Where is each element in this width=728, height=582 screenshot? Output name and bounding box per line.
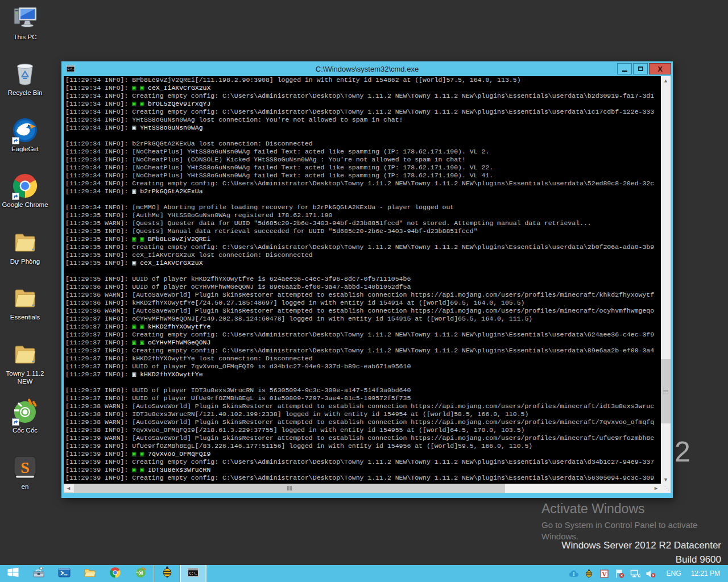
console-line: [11:29:35 INFO]: Creating empty config: …	[65, 243, 661, 251]
desktop-icon-eagleget[interactable]: EagleGet	[0, 117, 50, 153]
action-center-flag-error-icon[interactable]	[615, 568, 625, 579]
desktop-number-overlay: 2	[675, 435, 690, 468]
console-line	[65, 132, 661, 140]
coccoc-icon	[11, 398, 39, 425]
close-icon: X	[657, 65, 663, 73]
maximize-button[interactable]	[633, 63, 648, 74]
desktop-icon-en[interactable]: S en	[0, 454, 50, 491]
vertical-scroll-thumb[interactable]	[661, 359, 671, 423]
start-button[interactable]	[0, 565, 26, 582]
coccoc-icon	[135, 567, 147, 581]
taskbar-bee-app[interactable]	[154, 565, 180, 582]
console-line: [11:29:34 INFO]: BPb8Le9vZjV2QREi[/111.1…	[65, 76, 661, 84]
desktop-icon-du-phong[interactable]: Dự Phòng	[0, 229, 50, 266]
console-line: [11:29:37 INFO]: Creating empty config: …	[65, 347, 661, 355]
cmd-window: C:\. C:\Windows\system32\cmd.exe X [11:2…	[61, 61, 673, 498]
bee-icon	[162, 566, 173, 581]
title-bar[interactable]: C:\. C:\Windows\system32\cmd.exe X	[61, 61, 673, 76]
svg-text:C:\.: C:\.	[189, 571, 198, 575]
console-line: [11:29:39 INFO]: Creating empty config: …	[65, 474, 661, 482]
activate-windows-watermark: Activate Windows Go to System in Control…	[541, 501, 702, 542]
language-indicator[interactable]: ENG	[667, 569, 681, 577]
network-icon[interactable]	[630, 568, 640, 579]
minimize-icon	[622, 70, 627, 72]
console-line: [11:29:35 INFO]: UUID of player kHKD2fhY…	[65, 275, 661, 283]
powershell-icon	[58, 567, 71, 580]
desktop-icon-coc-coc[interactable]: Cốc Cốc	[0, 398, 50, 435]
desktop-icon-google-chrome[interactable]: Google Chrome	[0, 172, 50, 209]
chrome-icon	[109, 567, 121, 581]
console-line: [11:29:37 INFO]: Creating empty config: …	[65, 331, 661, 339]
vertical-scroll-track[interactable]	[661, 85, 671, 475]
console-line	[65, 379, 661, 386]
taskbar-chrome[interactable]	[102, 565, 128, 582]
maximize-icon	[638, 66, 643, 71]
console-line: [11:29:34 INFO]: Creating empty config: …	[65, 180, 661, 188]
system-tray: ! V	[569, 568, 728, 579]
svg-text:C:\.: C:\.	[68, 68, 75, 70]
console-output[interactable]: [11:29:34 INFO]: BPb8Le9vZjV2QREi[/111.1…	[64, 76, 661, 484]
folder-icon	[11, 285, 39, 312]
console-line: [11:29:39 INFO]: ▣ ▣ 7qvXvoo_OFMqFQI9	[65, 450, 661, 458]
server-manager-icon	[32, 566, 45, 581]
windows-logo-icon	[7, 567, 19, 580]
desktop-icon-label: EagleGet	[0, 146, 50, 153]
taskbar-file-explorer[interactable]	[77, 565, 102, 582]
scroll-left-icon[interactable]: ◄	[64, 484, 73, 493]
console-line: [11:29:34 INFO]: [NoCheatPlus] YHtSS8oGu…	[65, 172, 661, 180]
taskbar-coccoc[interactable]	[128, 565, 154, 582]
folder-icon	[11, 341, 39, 368]
watermark-title: Activate Windows	[541, 501, 702, 517]
console-line: [11:29:34 INFO]: Creating empty config: …	[65, 108, 661, 116]
console-line: [11:29:34 INFO]: [mcMMO] Aborting profil…	[65, 203, 661, 211]
taskbar-server-manager[interactable]	[26, 565, 51, 582]
cloud-alert-icon[interactable]: !	[569, 568, 579, 579]
console-line: [11:29:38 INFO]: 7qvXvoo_OFMqFQI9[/218.6…	[65, 426, 661, 434]
console-line: [11:29:39 INFO]: ▣ ▣ IDT3u8exs3WrucRN	[65, 466, 661, 474]
eagleget-icon	[11, 117, 39, 144]
desktop-icon-essentials[interactable]: Essentials	[0, 285, 50, 322]
scroll-up-icon[interactable]: ▲	[661, 76, 671, 85]
cmd-icon: C:\.	[66, 64, 75, 73]
edition-name: Windows Server 2012 R2 Datacenter	[561, 539, 721, 553]
bee-icon[interactable]	[584, 568, 594, 579]
console-line: [11:29:37 INFO]: ▣ kHKD2fhYXOwytfYe	[65, 371, 661, 379]
shortcut-arrow-icon	[12, 418, 19, 425]
horizontal-scroll-thumb[interactable]	[74, 484, 505, 493]
console-line: [11:29:36 WARN]: [AutoSaveWorld] Plugin …	[65, 307, 661, 315]
shortcut-arrow-icon	[12, 192, 19, 199]
console-line: [11:29:36 INFO]: kHKD2fhYXOwytfYe[/24.50…	[65, 299, 661, 307]
taskbar-powershell[interactable]	[51, 565, 77, 582]
sublime-text-icon: S	[11, 454, 39, 481]
volume-muted-icon[interactable]	[646, 568, 656, 579]
vertical-scrollbar[interactable]: ▲ ▼	[661, 76, 671, 484]
desktop-icon-label: en	[0, 483, 50, 491]
resize-grip[interactable]: ⋱	[661, 484, 671, 493]
svg-text:!: !	[573, 571, 574, 577]
svg-text:S: S	[20, 459, 30, 476]
desktop-icon-label: This PC	[0, 34, 50, 41]
desktop-icon-label: Cốc Cốc	[0, 427, 50, 435]
console-line: [11:29:34 INFO]: ▣ b2rPkGQGtA2KExUa	[65, 188, 661, 196]
desktop-icon-label: Recycle Bin	[0, 89, 50, 97]
close-button[interactable]: X	[649, 63, 671, 74]
console-line: [11:29:34 INFO]: [NoCheatPlus] (CONSOLE)…	[65, 156, 661, 164]
scroll-down-icon[interactable]: ▼	[661, 475, 671, 484]
taskbar-separator	[206, 565, 206, 582]
desktop-icon-this-pc[interactable]: This PC	[0, 5, 50, 41]
console-line: [11:29:34 INFO]: Creating empty config: …	[65, 92, 661, 100]
desktop-icon-towny[interactable]: Towny 1.11.2 NEW	[0, 341, 50, 385]
console-line: [11:29:37 INFO]: UUID of player UfUe9rfO…	[65, 394, 661, 402]
taskbar-cmd-active[interactable]: C:\.	[180, 565, 206, 582]
console-line: [11:29:37 INFO]: UUID of player 7qvXvoo_…	[65, 363, 661, 371]
scroll-right-icon[interactable]: ►	[651, 484, 661, 493]
console-line: [11:29:34 INFO]: b2rPkGQGtA2KExUa lost c…	[65, 140, 661, 148]
v-app-icon[interactable]: V	[599, 568, 610, 579]
minimize-button[interactable]	[617, 63, 632, 74]
console-line: [11:29:36 INFO]: UUID of player oCYHvMFh…	[65, 283, 661, 291]
desktop-icon-recycle-bin[interactable]: Recycle Bin	[0, 60, 50, 97]
horizontal-scrollbar[interactable]: ◄ ►	[64, 484, 661, 493]
taskbar-clock[interactable]: 12:21 PM	[691, 569, 720, 577]
recycle-bin-icon	[11, 60, 39, 88]
console-line: [11:29:34 INFO]: [NoCheatPlus] YHtSS8oGu…	[65, 164, 661, 172]
